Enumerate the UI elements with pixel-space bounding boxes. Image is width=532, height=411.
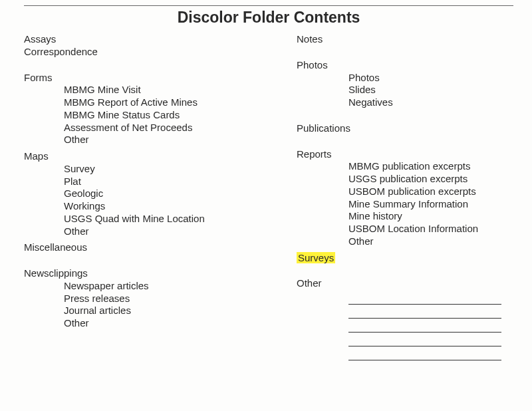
- top-rule: [24, 5, 513, 6]
- category-miscellaneous: Miscellaneous: [24, 241, 297, 254]
- page: Discolor Folder Contents Assays Correspo…: [0, 0, 532, 362]
- category-notes: Notes: [297, 33, 513, 46]
- list-item: Mine history: [348, 210, 513, 223]
- list-item: Assessment of Net Proceeds: [64, 122, 297, 134]
- list-item: USBOM Location Information: [348, 223, 513, 235]
- blank-lines: [348, 293, 513, 360]
- category-newsclippings: Newsclippings: [24, 267, 297, 280]
- list-item: Geologic: [64, 188, 297, 200]
- list-item: Other: [64, 134, 297, 146]
- blank-line: [348, 335, 501, 346]
- category-surveys: Surveys: [297, 252, 513, 265]
- list-item: USBOM publication excerpts: [348, 186, 513, 198]
- category-other: Other: [297, 277, 513, 290]
- highlighted-text: Surveys: [297, 252, 335, 263]
- blank-line: [348, 307, 501, 319]
- columns: Assays Correspondence Forms MBMG Mine Vi…: [24, 33, 513, 362]
- category-photos: Photos: [297, 59, 513, 72]
- photos-list: Photos Slides Negatives: [348, 72, 513, 109]
- list-item: Newspaper articles: [64, 280, 297, 293]
- blank-line: [348, 321, 501, 333]
- list-item: Negatives: [348, 96, 513, 109]
- right-column: Notes Photos Photos Slides Negatives Pub…: [297, 33, 513, 362]
- forms-list: MBMG Mine Visit MBMG Report of Active Mi…: [64, 84, 297, 146]
- list-item: MBMG Mine Visit: [64, 84, 297, 96]
- list-item: Journal articles: [64, 305, 297, 317]
- list-item: Other: [64, 225, 297, 238]
- category-correspondence: Correspondence: [24, 46, 297, 59]
- blank-line: [348, 348, 501, 360]
- list-item: Mine Summary Information: [348, 198, 513, 211]
- list-item: USGS publication excerpts: [348, 173, 513, 186]
- list-item: Plat: [64, 176, 297, 188]
- page-title: Discolor Folder Contents: [24, 9, 513, 27]
- category-maps: Maps: [24, 150, 297, 163]
- maps-list: Survey Plat Geologic Workings USGS Quad …: [64, 163, 297, 238]
- list-item: Slides: [348, 84, 513, 96]
- blank-line: [348, 293, 501, 305]
- category-reports: Reports: [297, 148, 513, 161]
- left-column: Assays Correspondence Forms MBMG Mine Vi…: [24, 33, 297, 362]
- list-item: MBMG publication excerpts: [348, 160, 513, 173]
- list-item: Other: [348, 235, 513, 248]
- list-item: Photos: [348, 72, 513, 84]
- list-item: USGS Quad with Mine Location: [64, 213, 297, 225]
- list-item: Survey: [64, 163, 297, 176]
- list-item: Other: [64, 317, 297, 330]
- list-item: Press releases: [64, 293, 297, 305]
- reports-list: MBMG publication excerpts USGS publicati…: [348, 160, 513, 247]
- list-item: Workings: [64, 200, 297, 213]
- newsclippings-list: Newspaper articles Press releases Journa…: [64, 280, 297, 330]
- list-item: MBMG Report of Active Mines: [64, 96, 297, 109]
- category-forms: Forms: [24, 72, 297, 84]
- category-assays: Assays: [24, 33, 297, 46]
- list-item: MBMG Mine Status Cards: [64, 109, 297, 122]
- category-publications: Publications: [297, 122, 513, 135]
